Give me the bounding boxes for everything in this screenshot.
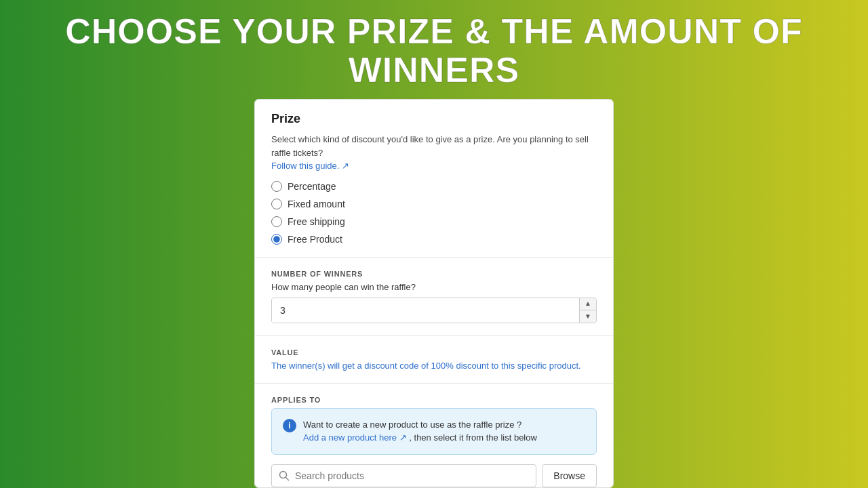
browse-button[interactable]: Browse: [542, 464, 597, 487]
radio-percentage[interactable]: Percentage: [271, 181, 597, 192]
info-box: i Want to create a new product to use as…: [271, 408, 597, 455]
prize-section-title: Prize: [271, 112, 597, 126]
radio-free-product-label: Free Product: [288, 234, 342, 245]
applies-to-label: APPLIES TO: [271, 396, 597, 404]
spinner-down-button[interactable]: ▼: [580, 310, 596, 323]
winners-section: NUMBER OF WINNERS How many people can wi…: [255, 258, 613, 336]
value-label: VALUE: [271, 348, 597, 357]
radio-free-shipping[interactable]: Free shipping: [271, 216, 597, 227]
info-text: Want to create a new product to use as t…: [303, 418, 537, 445]
add-product-link[interactable]: Add a new product here ↗: [303, 432, 409, 443]
winners-input[interactable]: [272, 298, 579, 323]
radio-fixed-amount[interactable]: Fixed amount: [271, 199, 597, 209]
radio-fixed-amount-label: Fixed amount: [288, 199, 345, 209]
radio-free-product-input[interactable]: [271, 234, 282, 245]
guide-link[interactable]: Follow this guide. ↗: [271, 161, 349, 171]
radio-fixed-amount-input[interactable]: [271, 199, 282, 209]
search-icon: [279, 470, 290, 481]
radio-free-shipping-input[interactable]: [271, 216, 282, 227]
prize-section: Prize Select which kind of discount you'…: [255, 100, 613, 258]
winners-input-wrap: ▲ ▼: [271, 298, 597, 323]
applies-to-section: APPLIES TO i Want to create a new produc…: [255, 384, 613, 488]
winners-label: NUMBER OF WINNERS: [271, 270, 597, 278]
svg-line-1: [286, 477, 289, 480]
radio-percentage-input[interactable]: [271, 181, 282, 192]
info-icon: i: [283, 419, 296, 432]
radio-free-shipping-label: Free shipping: [288, 216, 345, 227]
search-input[interactable]: [295, 465, 529, 487]
spinner-buttons: ▲ ▼: [579, 298, 596, 323]
search-row: Browse: [271, 464, 597, 487]
page-title: CHOOSE YOUR PRIZE & THE AMOUNT OF WINNER…: [0, 0, 868, 99]
winners-question: How many people can win the raffle?: [271, 282, 597, 292]
value-section: VALUE The winner(s) will get a discount …: [255, 336, 613, 384]
radio-percentage-label: Percentage: [288, 181, 336, 192]
prize-radio-group: Percentage Fixed amount Free shipping Fr…: [271, 181, 597, 245]
spinner-up-button[interactable]: ▲: [580, 298, 596, 310]
search-wrap: [271, 464, 536, 487]
value-description: The winner(s) will get a discount code o…: [271, 361, 597, 371]
prize-description: Select which kind of discount you'd like…: [271, 133, 597, 173]
radio-free-product[interactable]: Free Product: [271, 234, 597, 245]
prize-card: Prize Select which kind of discount you'…: [254, 99, 614, 488]
